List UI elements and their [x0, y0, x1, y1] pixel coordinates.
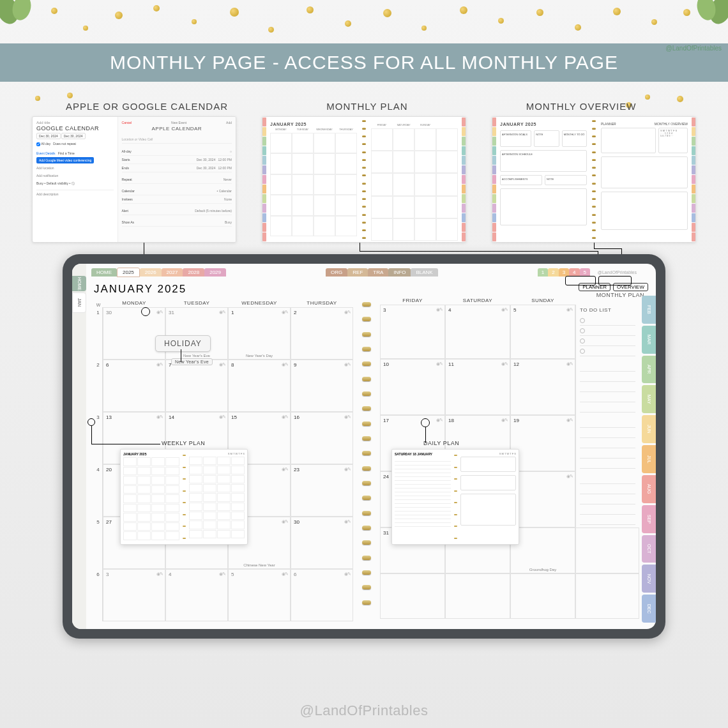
tab-blank[interactable]: BLANK	[411, 268, 437, 277]
day-cell[interactable]: 6◉✎	[291, 569, 353, 621]
mark-planner	[565, 276, 596, 285]
day-cell[interactable]	[445, 573, 510, 619]
tab-week-2[interactable]: 2	[548, 268, 558, 277]
tab-ref[interactable]: REF	[347, 268, 368, 277]
tab-oct[interactable]: OCT	[642, 535, 656, 563]
day-cell[interactable]: 10◉✎	[380, 359, 445, 415]
day-cell[interactable]: 3◉✎	[103, 569, 165, 621]
tab-home[interactable]: HOME	[72, 276, 86, 291]
thumb-calendar: Add title GOOGLE CALENDAR Dec 30, 2024De…	[32, 116, 236, 243]
svg-point-1	[10, 0, 33, 22]
ipad-frame: HOME20252026202720282029 ORGREFTRAINFOBL…	[63, 254, 665, 639]
mini-weekly-plan: JANUARY 2025 S M T W T F S	[120, 449, 248, 545]
day-cell[interactable]: 23◉✎	[291, 464, 353, 517]
tab-jul[interactable]: JUL	[642, 445, 656, 473]
tab-week-3[interactable]: 3	[559, 268, 569, 277]
tab-apr[interactable]: APR	[642, 356, 656, 384]
tab-2027[interactable]: 2027	[162, 268, 183, 277]
week-1[interactable]: 1	[94, 307, 103, 360]
tab-tra[interactable]: TRA	[368, 268, 388, 277]
tab-feb[interactable]: FEB	[642, 296, 656, 324]
label-daily: DAILY PLAN	[423, 440, 459, 446]
todo-section[interactable]	[575, 359, 639, 415]
notes-section[interactable]	[575, 573, 639, 619]
tab-sep[interactable]: SEP	[642, 505, 656, 533]
banner-title: MONTHLY PAGE - ACCESS FOR ALL MONTHLY PA…	[0, 43, 728, 82]
day-cell[interactable]	[510, 573, 575, 619]
tab-week-1[interactable]: 1	[538, 268, 548, 277]
mark-overview	[598, 276, 632, 285]
week-6[interactable]: 6	[94, 569, 103, 621]
day-cell[interactable]: 5◉✎	[228, 569, 291, 621]
tab-2025[interactable]: 2025	[117, 268, 140, 277]
tab-2029[interactable]: 2029	[204, 268, 226, 277]
day-cell[interactable]: 16◉✎	[291, 412, 353, 464]
day-cell[interactable]	[380, 573, 445, 619]
svg-point-3	[695, 0, 718, 22]
tab-org[interactable]: ORG	[326, 268, 347, 277]
handle-top: @LandOfPrintables	[666, 45, 722, 52]
day-cell[interactable]: 9◉✎	[291, 360, 353, 412]
label-weekly: WEEKLY PLAN	[162, 440, 205, 446]
week-2[interactable]: 2	[94, 360, 103, 412]
mark-day	[421, 418, 430, 427]
day-cell[interactable]: 8◉✎	[228, 360, 291, 412]
week-3[interactable]: 3	[94, 412, 103, 464]
thumb-monthly-overview: JANUARY 2025 AFTERNOON GOALSNOTEMONTHLY …	[492, 116, 696, 243]
callout-holiday: HOLIDAY	[155, 335, 211, 352]
month-title: JANUARY 2025	[94, 283, 353, 296]
top-tabs: HOME20252026202720282029 ORGREFTRAINFOBL…	[91, 266, 637, 278]
day-cell[interactable]: 30◉✎	[291, 517, 353, 569]
notes-section[interactable]	[575, 527, 639, 573]
tab-jan[interactable]: JAN	[72, 292, 86, 313]
mark-cal-link	[141, 307, 150, 316]
day-cell[interactable]: 3◉✎	[380, 305, 445, 359]
svg-point-0	[0, 0, 22, 27]
day-cell[interactable]: 4◉✎	[165, 569, 228, 621]
tab-may[interactable]: MAY	[642, 385, 656, 413]
day-cell[interactable]: Groundhog Day	[510, 527, 575, 573]
tab-mar[interactable]: MAR	[642, 326, 656, 354]
week-5[interactable]: 5	[94, 517, 103, 569]
section-labels: APPLE OR GOOGLE CALENDAR MONTHLY PLAN MO…	[0, 101, 728, 112]
todo-section[interactable]	[575, 415, 639, 471]
day-cell[interactable]: 1◉✎New Year's Day	[228, 307, 291, 360]
day-cell[interactable]: 12◉✎	[510, 359, 575, 415]
tab-nov[interactable]: NOV	[642, 565, 656, 593]
tab-2026[interactable]: 2026	[140, 268, 162, 277]
day-cell[interactable]: 19◉✎	[510, 415, 575, 471]
planner-screen: HOME20252026202720282029 ORGREFTRAINFOBL…	[72, 264, 656, 629]
day-cell[interactable]: 6◉✎	[103, 360, 165, 412]
svg-point-2	[706, 0, 728, 27]
tab-info[interactable]: INFO	[388, 268, 411, 277]
watermark: @LandOfPrintables	[0, 702, 728, 719]
todo-section[interactable]	[575, 471, 639, 527]
day-cell[interactable]: 2◉✎	[291, 307, 353, 360]
tab-home[interactable]: HOME	[91, 268, 117, 277]
todo-section[interactable]: TO DO LIST	[575, 305, 639, 359]
tab-week-4[interactable]: 4	[569, 268, 579, 277]
day-cell[interactable]: 26◉✎	[510, 471, 575, 527]
thumb-monthly-plan: JANUARY 2025 MONDAYTUESDAYWEDNESDAYTHURS…	[262, 116, 466, 243]
tab-dec[interactable]: DEC	[642, 595, 656, 623]
callout-nye: New Year's Eve	[171, 358, 213, 365]
mini-daily-plan: SATURDAY 18 JANUARY S M T W T F S	[391, 449, 519, 545]
day-cell[interactable]: 11◉✎	[445, 359, 510, 415]
monthly-plan-label: MONTHLY PLAN	[596, 292, 644, 298]
day-cell[interactable]: 5◉✎	[510, 305, 575, 359]
week-4[interactable]: 4	[94, 464, 103, 517]
tab-week-5[interactable]: 5	[580, 268, 590, 277]
day-cell[interactable]: 4◉✎	[445, 305, 510, 359]
day-cell[interactable]: 30◉✎	[103, 307, 165, 360]
tab-2028[interactable]: 2028	[183, 268, 204, 277]
day-cell[interactable]: 7◉✎	[165, 360, 228, 412]
tab-aug[interactable]: AUG	[642, 475, 656, 503]
tab-jun[interactable]: JUN	[642, 415, 656, 443]
mark-week	[87, 418, 95, 426]
